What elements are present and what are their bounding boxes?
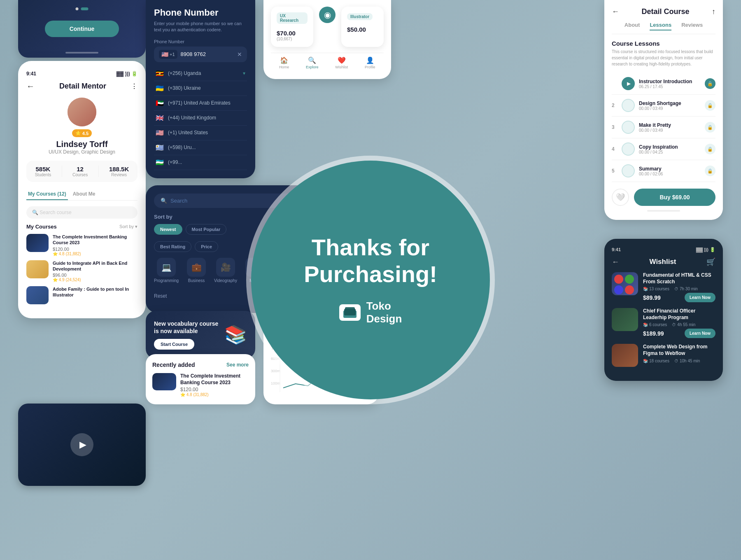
nav-wishlist[interactable]: ❤️ Wishlist (335, 56, 348, 69)
tab-my-courses[interactable]: My Courses (12) (26, 189, 68, 200)
wishlist-status-bar: 9:41 ▓▓ ))) 🔋 (612, 247, 715, 252)
phone-panel-title: Phone Number (154, 7, 247, 18)
country-item-uz[interactable]: 🇺🇿 (+99... (154, 155, 247, 170)
cat-videography[interactable]: 🎥 Videography (214, 258, 237, 283)
lesson-item-4[interactable]: 4 Copy Inspiration 00.00 / 04:25 🔒 (612, 138, 715, 160)
course-thumb-3 (26, 286, 49, 304)
lesson-play-icon-5[interactable] (622, 164, 635, 177)
start-course-button[interactable]: Start Course (154, 339, 194, 350)
recent-thumb-1 (152, 373, 176, 390)
lesson-play-icon-2[interactable] (622, 99, 635, 112)
course-item-3[interactable]: Adobe Family : Guide to pen tool In Illu… (26, 286, 137, 304)
nav-explore[interactable]: 🔍 Explore (306, 56, 319, 69)
more-icon[interactable]: ⋮ (131, 82, 137, 90)
course-card-illustrator[interactable]: Illustrator $50.00 (341, 7, 384, 47)
buy-button[interactable]: Buy $69.00 (634, 189, 715, 206)
dc-section-desc: This course is structured into focused l… (612, 49, 715, 67)
course-card-ux[interactable]: UX Research $70.00 (10,667) (271, 7, 313, 47)
course-badge-ux: UX Research (277, 12, 308, 24)
course-item-2[interactable]: Guide to Integrate API in Back End Devel… (26, 260, 137, 282)
center-logo: TokoDesign (339, 300, 402, 325)
dc-back-icon[interactable]: ← (612, 7, 619, 16)
recent-item-1[interactable]: The Complete Investment Banking Course 2… (152, 373, 249, 397)
lesson-play-icon-1[interactable]: ▶ (622, 77, 635, 90)
tab-lessons[interactable]: Lessons (650, 22, 671, 30)
filter-tag-rating[interactable]: Best Rating (154, 241, 191, 252)
svg-rect-8 (344, 309, 356, 315)
wishlist-cart-icon[interactable]: 🛒 (706, 257, 715, 266)
course-thumb-2 (26, 260, 49, 278)
play-button[interactable]: ▶ (70, 433, 93, 456)
wishlist-button[interactable]: 🤍 (612, 189, 629, 206)
continue-button[interactable]: Continue (45, 21, 119, 37)
dc-share-icon[interactable]: ↑ (712, 7, 715, 16)
wishlist-item-3[interactable]: Complete Web Design from Figma to Webflo… (612, 344, 715, 367)
country-item-uganda[interactable]: 🇺🇬 (+256) Uganda ▾ (154, 66, 247, 81)
learn-now-btn-1[interactable]: Learn Now (685, 293, 715, 302)
wishlist-item-1[interactable]: Fundamental of HTML & CSS From Scratch 📚… (612, 272, 715, 302)
lesson-lock-icon-1: 🔒 (705, 78, 715, 89)
dc-nav: ← Detail Course ↑ (612, 7, 715, 16)
wishlist-header: ← Wishlist 🛒 (612, 257, 715, 266)
video-top-panel: Continue (18, 0, 146, 58)
nav-profile[interactable]: 👤 Profile (365, 56, 375, 69)
reset-label-2[interactable]: Reset (154, 293, 167, 299)
books-icon: 📚 (224, 324, 247, 345)
course-badge-illustrator: Illustrator (347, 13, 373, 20)
country-item-ukraine[interactable]: 🇺🇦 (+380) Ukraine (154, 81, 247, 96)
country-item-uk[interactable]: 🇬🇧 (+44) United Kingdom (154, 111, 247, 126)
lesson-play-icon-3[interactable] (622, 121, 635, 134)
lesson-info-2: Design Shortgage 00.00 / 03:49 (639, 100, 701, 111)
country-item-uae[interactable]: 🇦🇪 (+971) United Arab Emirates (154, 96, 247, 111)
cat-business[interactable]: 💼 Business (187, 258, 206, 283)
mentor-tabs: My Courses (12) About Me (26, 189, 137, 201)
nav-home[interactable]: 🏠 Home (279, 56, 289, 69)
country-item-uy[interactable]: 🇺🇾 (+598) Uru... (154, 140, 247, 155)
phone-input-row: 🇺🇸 +1 8908 9762 ✕ (154, 47, 247, 62)
mentor-stats: 585K Students 12 Courses 188.5K Reviews (26, 161, 137, 182)
logo-text: TokoDesign (366, 300, 402, 325)
wishlist-item-2[interactable]: Chief Financial Officer Leaderhip Progra… (612, 308, 715, 338)
svg-text:100m: 100m (271, 381, 280, 385)
phone-number-input[interactable]: 8908 9762 (181, 51, 234, 57)
filter-tag-price[interactable]: Price (195, 241, 218, 252)
sort-control[interactable]: Sort by ▾ (119, 224, 137, 229)
stat-courses: 12 Courses (72, 166, 88, 177)
recent-header: Recently added See more (152, 362, 249, 368)
course-info-1: The Complete Investment Banking Course 2… (53, 234, 137, 256)
cat-programming[interactable]: 💻 Programming (154, 258, 179, 283)
tab-about-me[interactable]: About Me (71, 189, 97, 200)
see-more-link[interactable]: See more (226, 362, 249, 368)
course-info-2: Guide to Integrate API in Back End Devel… (53, 260, 137, 282)
back-icon[interactable]: ← (26, 82, 35, 91)
lesson-item-5[interactable]: 5 Summary 00.00 / 02:06 🔒 (612, 160, 715, 182)
svg-text:300m: 300m (271, 369, 280, 373)
lesson-item-3[interactable]: 3 Make it Pretty 00.00 / 03:49 🔒 (612, 117, 715, 138)
filter-tag-popular[interactable]: Most Popular (186, 224, 227, 235)
detail-mentor-panel: 9:41 ▓▓ ))) 🔋 ← Detail Mentor ⋮ ⭐ 4.5 Li… (18, 61, 146, 318)
recent-title: Recently added (152, 362, 195, 368)
explore-button[interactable]: ◉ (319, 7, 336, 23)
wishlist-thumb-3 (612, 344, 638, 367)
tab-reviews[interactable]: Reviews (681, 22, 703, 30)
recently-added-panel: Recently added See more The Complete Inv… (146, 354, 255, 404)
lesson-item-1[interactable]: ▶ Instructor Introduction 06.25 / 17.45 … (612, 73, 715, 95)
wishlist-back-icon[interactable]: ← (612, 258, 619, 266)
bottom-nav: 🏠 Home 🔍 Explore ❤️ Wishlist 👤 Profile (271, 53, 384, 72)
status-bar: 9:41 ▓▓ ))) 🔋 (26, 71, 137, 77)
filter-tag-newest[interactable]: Newest (154, 224, 182, 235)
tab-about[interactable]: About (624, 22, 640, 30)
course-search-box[interactable]: 🔍 Search course (26, 206, 137, 219)
mentor-page-title: Detail Mentor (59, 82, 106, 91)
course-info-3: Adobe Family : Guide to pen tool In Illu… (53, 286, 137, 298)
country-item-us[interactable]: 🇺🇸 (+1) United States (154, 126, 247, 140)
lesson-play-icon-4[interactable] (622, 142, 635, 156)
learn-now-btn-2[interactable]: Learn Now (685, 329, 715, 338)
center-circle: Thanks for Purchasing! TokoDesign (251, 161, 490, 399)
clear-icon[interactable]: ✕ (237, 51, 242, 58)
lesson-item-2[interactable]: 2 Design Shortgage 00.00 / 03:49 🔒 (612, 95, 715, 117)
wishlist-title: Wishlist (649, 258, 676, 266)
country-code-badge[interactable]: 🇺🇸 +1 (159, 50, 177, 59)
mentor-header: ← Detail Mentor ⋮ (26, 82, 137, 91)
course-item-1[interactable]: The Complete Investment Banking Course 2… (26, 234, 137, 256)
